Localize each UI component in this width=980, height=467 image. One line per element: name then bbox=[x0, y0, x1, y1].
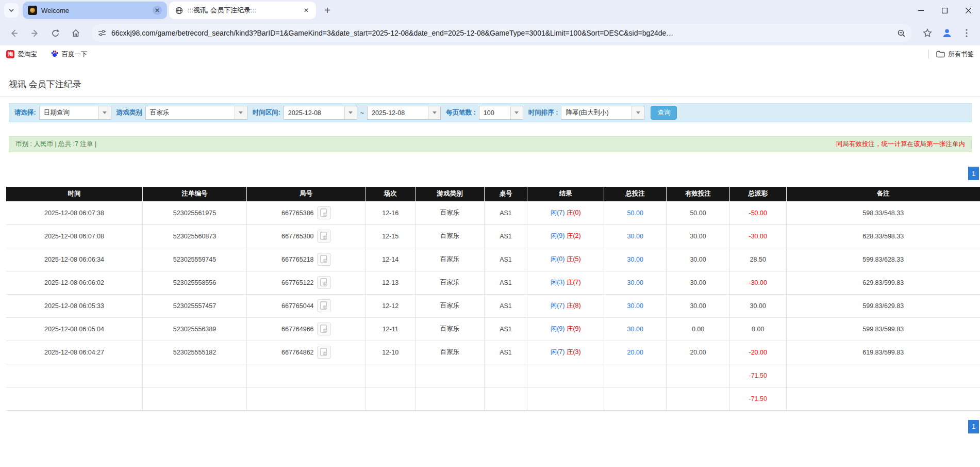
browser-chrome: Welcome ✕ :::视讯, 会员下注纪录::: ✕ + 66cxkj98.… bbox=[0, 0, 980, 63]
cell-note: 598.33/548.33 bbox=[786, 201, 980, 224]
page-1-button[interactable]: 1 bbox=[968, 420, 979, 433]
video-replay-button[interactable] bbox=[317, 276, 331, 289]
bookmarks-divider bbox=[928, 50, 929, 59]
col-valid-bet: 有效投注 bbox=[667, 187, 730, 201]
total-row-cell: 总计 bbox=[6, 387, 142, 410]
cell-round: 667765218 bbox=[247, 248, 366, 271]
video-replay-button[interactable] bbox=[317, 299, 331, 312]
minimize-button[interactable] bbox=[909, 0, 933, 21]
close-window-button[interactable] bbox=[956, 0, 980, 21]
search-button[interactable]: 查询 bbox=[651, 106, 677, 120]
per-page-label: 每页笔数 : bbox=[446, 108, 476, 117]
game-category-combobox[interactable] bbox=[145, 106, 247, 120]
chevron-down-icon[interactable] bbox=[344, 106, 357, 119]
cell-result: 闲(9) 庄(2) bbox=[527, 224, 604, 248]
profile-avatar-icon[interactable] bbox=[939, 25, 955, 41]
bookmark-star-icon[interactable] bbox=[919, 25, 936, 41]
tab-betrecord[interactable]: :::视讯, 会员下注纪录::: ✕ bbox=[169, 2, 316, 19]
close-icon[interactable]: ✕ bbox=[302, 6, 311, 15]
cell-total-bet[interactable]: 30.00 bbox=[604, 224, 667, 248]
chevron-down-icon[interactable] bbox=[428, 106, 440, 119]
sort-order-input[interactable] bbox=[561, 106, 632, 119]
cell-total-bet[interactable]: 30.00 bbox=[604, 271, 667, 294]
reload-button[interactable] bbox=[46, 24, 64, 42]
cell-note: 628.33/598.33 bbox=[786, 224, 980, 248]
subtotal-row-cell bbox=[786, 364, 980, 387]
col-table: 桌号 bbox=[484, 187, 527, 201]
bookmark-label: 百度一下 bbox=[62, 50, 88, 59]
col-payout: 总派彩 bbox=[729, 187, 786, 201]
video-replay-button[interactable] bbox=[317, 323, 331, 335]
new-tab-button[interactable]: + bbox=[320, 3, 335, 18]
window-controls bbox=[909, 0, 980, 21]
video-replay-button[interactable] bbox=[317, 230, 331, 243]
chevron-down-icon[interactable] bbox=[98, 106, 111, 119]
page-1-button[interactable]: 1 bbox=[968, 167, 979, 180]
tab-search-chevron-button[interactable] bbox=[4, 3, 19, 18]
date-start-combobox[interactable] bbox=[284, 106, 357, 120]
video-replay-button[interactable] bbox=[317, 346, 331, 359]
round-number: 667765044 bbox=[281, 302, 314, 310]
table-row: 2025-12-08 06:04:27 523025555182 6677648… bbox=[6, 341, 980, 364]
sort-order-combobox[interactable] bbox=[561, 106, 644, 120]
cell-payout: -50.00 bbox=[729, 201, 786, 224]
total-row-cell: 190.00 bbox=[667, 387, 730, 410]
tab-title: Welcome bbox=[41, 7, 148, 14]
kebab-menu-icon[interactable] bbox=[958, 25, 975, 41]
cell-total-bet[interactable]: 30.00 bbox=[604, 317, 667, 341]
query-type-input[interactable] bbox=[40, 106, 98, 119]
date-end-combobox[interactable] bbox=[367, 106, 441, 120]
forward-button[interactable] bbox=[26, 24, 43, 42]
cell-session: 12-16 bbox=[366, 201, 415, 224]
url-bar[interactable]: 66cxkj98.com/game/betrecord_search/kind3… bbox=[92, 24, 912, 42]
cell-total-bet[interactable]: 50.00 bbox=[604, 201, 667, 224]
close-icon[interactable]: ✕ bbox=[153, 6, 162, 15]
video-replay-button[interactable] bbox=[317, 253, 331, 266]
video-replay-button[interactable] bbox=[317, 206, 331, 219]
site-controls-icon[interactable] bbox=[98, 29, 106, 37]
tab-strip: Welcome ✕ :::视讯, 会员下注纪录::: ✕ + bbox=[0, 0, 980, 21]
all-bookmarks-button[interactable]: 所有书签 bbox=[936, 50, 974, 59]
cell-payout: -30.00 bbox=[729, 224, 786, 248]
cell-total-bet[interactable]: 20.00 bbox=[604, 341, 667, 364]
query-type-combobox[interactable] bbox=[39, 106, 111, 120]
tab-welcome[interactable]: Welcome ✕ bbox=[23, 2, 167, 19]
folder-icon bbox=[936, 51, 945, 58]
bookmark-taobao[interactable]: 淘 爱淘宝 bbox=[6, 50, 37, 59]
chevron-down-icon[interactable] bbox=[632, 106, 644, 119]
maximize-button[interactable] bbox=[933, 0, 956, 21]
cell-total-bet[interactable]: 30.00 bbox=[604, 248, 667, 271]
pagination-top: 1 bbox=[0, 167, 980, 180]
banker-result: 庄(7) bbox=[567, 279, 581, 286]
taobao-icon: 淘 bbox=[6, 50, 14, 58]
col-result: 结果 bbox=[527, 187, 604, 201]
cell-valid-bet: 30.00 bbox=[667, 294, 730, 317]
round-number: 667764862 bbox=[281, 349, 314, 356]
cell-session: 12-15 bbox=[366, 224, 415, 248]
banker-result: 庄(9) bbox=[567, 325, 581, 332]
per-page-combobox[interactable] bbox=[479, 106, 523, 120]
betrecord-page: 视讯 会员下注纪录 请选择: 游戏类别 时间区间: ~ 每页笔数 : 时间排序 … bbox=[0, 63, 980, 467]
bookmark-baidu[interactable]: 百度一下 bbox=[51, 50, 88, 59]
cell-bet-id: 523025557457 bbox=[142, 294, 246, 317]
banker-result: 庄(5) bbox=[567, 255, 581, 263]
date-end-input[interactable] bbox=[368, 106, 428, 119]
cell-time: 2025-12-08 06:05:33 bbox=[6, 294, 142, 317]
cell-session: 12-10 bbox=[366, 341, 415, 364]
home-button[interactable] bbox=[67, 24, 85, 42]
chevron-down-icon[interactable] bbox=[510, 106, 523, 119]
date-start-input[interactable] bbox=[284, 106, 344, 119]
per-page-input[interactable] bbox=[479, 106, 510, 119]
back-button[interactable] bbox=[5, 24, 23, 42]
game-category-input[interactable] bbox=[146, 106, 235, 119]
cell-game: 百家乐 bbox=[415, 201, 484, 224]
cell-result: 闲(3) 庄(7) bbox=[527, 271, 604, 294]
table-row: 2025-12-08 06:06:02 523025558556 6677651… bbox=[6, 271, 980, 294]
cell-total-bet[interactable]: 30.00 bbox=[604, 294, 667, 317]
zoom-out-icon[interactable] bbox=[897, 29, 906, 38]
total-row-cell bbox=[786, 387, 980, 410]
subtotal-row-cell bbox=[247, 364, 366, 387]
url-text[interactable]: 66cxkj98.com/game/betrecord_search/kind3… bbox=[111, 29, 897, 37]
video-file-icon bbox=[319, 255, 328, 264]
chevron-down-icon[interactable] bbox=[235, 106, 247, 119]
